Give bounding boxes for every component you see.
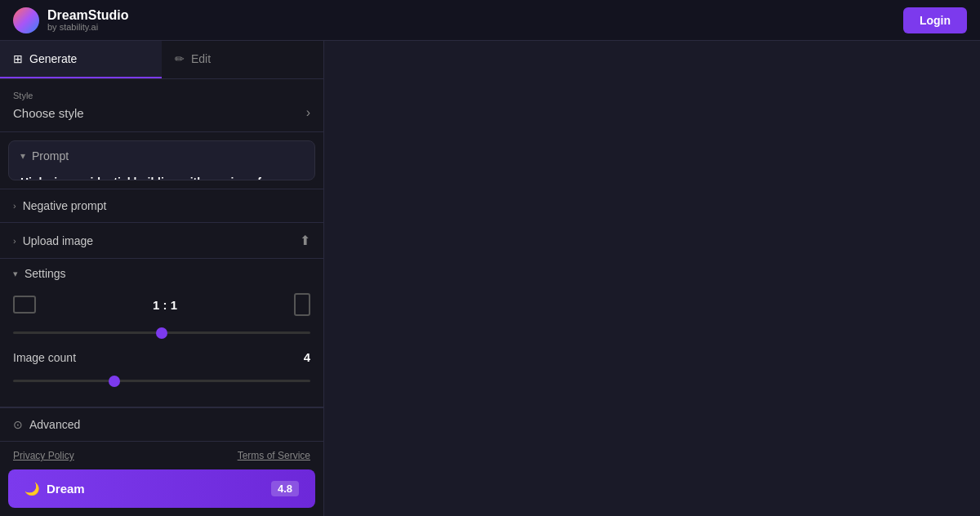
generate-icon: ⊞: [13, 52, 23, 65]
upload-image-label: Upload image: [23, 234, 93, 247]
header: DreamStudio by stability.ai Login: [0, 0, 980, 41]
app-subtitle: by stability.ai: [47, 22, 129, 32]
logo-area: DreamStudio by stability.ai: [13, 7, 129, 33]
aspect-portrait-icon: [294, 293, 310, 316]
privacy-policy-link[interactable]: Privacy Policy: [13, 450, 74, 461]
sidebar-footer: Privacy Policy Terms of Service: [0, 441, 323, 469]
image-count-label: Image count: [13, 351, 76, 364]
aspect-ratio-row: 1 : 1: [13, 293, 310, 316]
dream-button-label: Dream: [47, 482, 85, 496]
prompt-header-label: Prompt: [32, 149, 69, 162]
settings-header[interactable]: ▾ Settings: [13, 267, 310, 280]
style-chooser[interactable]: Choose style ›: [13, 105, 310, 120]
negative-prompt-label: Negative prompt: [23, 199, 107, 212]
main-content-area: [324, 41, 980, 516]
style-label: Style: [13, 91, 310, 100]
prompt-header[interactable]: ▾ Prompt: [9, 141, 314, 171]
image-count-slider-container: [13, 371, 310, 385]
advanced-section[interactable]: ⊙ Advanced: [0, 407, 323, 441]
settings-section: ▾ Settings 1 : 1 Image count 4: [0, 259, 323, 407]
aspect-landscape-icon: [13, 296, 36, 314]
style-chooser-text: Choose style: [13, 106, 84, 120]
chevron-down-icon: ▾: [20, 150, 25, 162]
login-button[interactable]: Login: [903, 7, 967, 33]
negative-prompt-section[interactable]: › Negative prompt: [0, 189, 323, 223]
tab-generate-label: Generate: [29, 52, 77, 65]
dream-button[interactable]: 🌙 Dream 4.8: [8, 469, 315, 508]
logo-icon: [13, 7, 39, 33]
edit-icon: ✏: [175, 52, 185, 65]
prompt-text[interactable]: High-rise residential building with a un…: [9, 171, 314, 180]
dream-badge: 4.8: [271, 481, 299, 496]
chevron-right-icon: ›: [306, 105, 310, 120]
logo-text: DreamStudio by stability.ai: [47, 8, 129, 33]
tab-bar: ⊞ Generate ✏ Edit: [0, 41, 323, 79]
aspect-ratio-slider[interactable]: [13, 331, 310, 334]
aspect-ratio-slider-container: [13, 322, 310, 337]
tab-edit-label: Edit: [191, 52, 211, 65]
image-count-row: Image count 4: [13, 350, 310, 364]
aspect-ratio-value: 1 : 1: [153, 298, 177, 312]
prompt-section: ▾ Prompt High-rise residential building …: [8, 140, 315, 180]
style-section: Style Choose style ›: [0, 79, 323, 132]
advanced-label: Advanced: [29, 418, 80, 431]
tab-edit[interactable]: ✏ Edit: [162, 41, 323, 78]
advanced-icon: ⊙: [13, 418, 23, 431]
upload-left: › Upload image: [13, 234, 93, 247]
main-layout: ⊞ Generate ✏ Edit Style Choose style › ▾…: [0, 41, 980, 516]
chevron-collapsed-icon: ›: [13, 201, 16, 211]
app-name: DreamStudio: [47, 8, 129, 23]
upload-chevron-icon: ›: [13, 236, 16, 246]
terms-of-service-link[interactable]: Terms of Service: [238, 450, 310, 461]
image-count-value: 4: [304, 350, 310, 364]
sidebar: ⊞ Generate ✏ Edit Style Choose style › ▾…: [0, 41, 324, 516]
dream-icon: 🌙: [24, 482, 40, 496]
upload-arrow-icon: ⬆: [300, 233, 310, 248]
dream-button-left: 🌙 Dream: [24, 482, 85, 496]
tab-generate[interactable]: ⊞ Generate: [0, 41, 162, 78]
settings-label: Settings: [24, 267, 66, 280]
upload-image-section[interactable]: › Upload image ⬆: [0, 223, 323, 259]
settings-chevron-icon: ▾: [13, 269, 18, 279]
image-count-slider[interactable]: [13, 380, 310, 382]
